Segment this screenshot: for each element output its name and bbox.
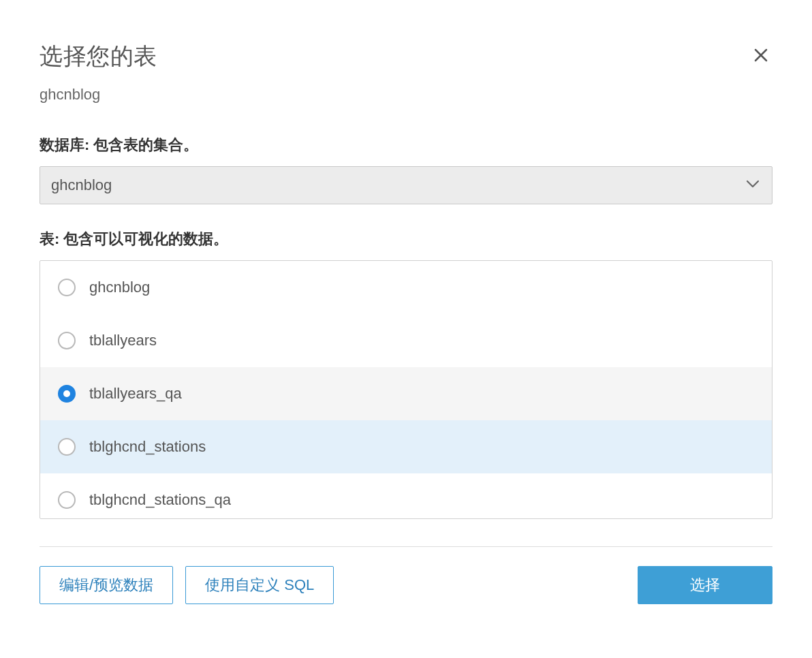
dialog-footer: 编辑/预览数据 使用自定义 SQL 选择 [40,566,772,604]
select-button[interactable]: 选择 [638,566,772,604]
custom-sql-button[interactable]: 使用自定义 SQL [185,566,334,604]
dialog-header: 选择您的表 [40,41,772,86]
database-select-wrap: ghcnblog [40,166,772,204]
database-select[interactable]: ghcnblog [40,166,772,204]
table-row[interactable]: tblghcnd_stations [40,420,772,473]
radio-icon[interactable] [58,438,76,456]
table-name: tblallyears_qa [89,385,182,403]
button-label: 编辑/预览数据 [59,575,153,595]
button-label: 选择 [690,575,720,595]
table-row[interactable]: tblghcnd_stations_qa [40,473,772,519]
table-row[interactable]: tblallyears_qa [40,367,772,420]
radio-icon[interactable] [58,491,76,509]
table-name: ghcnblog [89,279,150,296]
radio-icon[interactable] [58,332,76,349]
radio-icon[interactable] [58,279,76,296]
table-row[interactable]: ghcnblog [40,261,772,314]
dialog-subtitle: ghcnblog [40,86,772,104]
table-name: tblallyears [89,332,157,349]
select-table-dialog: 选择您的表 ghcnblog 数据库: 包含表的集合。 ghcnblog 表: … [0,0,812,604]
close-button[interactable] [749,44,772,67]
button-label: 使用自定义 SQL [205,575,314,595]
database-section-label: 数据库: 包含表的集合。 [40,135,772,155]
table-name: tblghcnd_stations [89,438,206,456]
table-list: ghcnblog tblallyears tblallyears_qa tblg… [40,260,772,519]
table-name: tblghcnd_stations_qa [89,491,231,509]
database-select-value: ghcnblog [51,176,112,194]
divider [40,546,772,547]
edit-preview-button[interactable]: 编辑/预览数据 [40,566,173,604]
radio-icon[interactable] [58,385,76,403]
close-icon [753,48,768,63]
table-row[interactable]: tblallyears [40,314,772,367]
dialog-title: 选择您的表 [40,41,157,72]
tables-section-label: 表: 包含可以可视化的数据。 [40,229,772,249]
